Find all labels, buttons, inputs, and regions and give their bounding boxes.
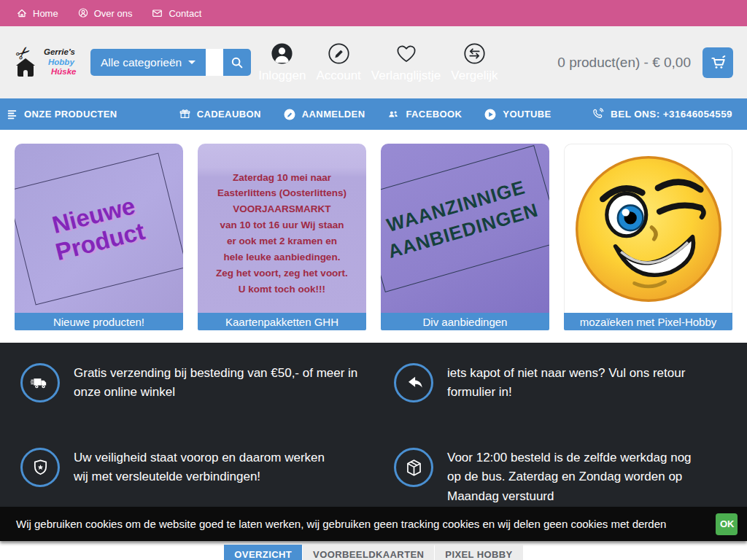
shield-icon xyxy=(20,448,60,487)
user-circle-icon xyxy=(271,42,293,65)
logo-text: Gerrie's Hobby Húske xyxy=(44,47,77,77)
card-image-text: Zaterdag 10 mei naar Easterlittens (Oost… xyxy=(216,170,348,298)
nav-facebook[interactable]: FACEBOOK xyxy=(387,108,462,121)
return-arrow-icon xyxy=(394,363,433,402)
nav-phone-label: BEL ONS: +31646054559 xyxy=(611,109,732,120)
card-image-div-aanbiedingen: WAANZINNIGE AANBIEDINGEN xyxy=(381,144,549,313)
feature-returns: iets kapot of niet naar wens? Vul ons re… xyxy=(374,362,747,446)
search-input[interactable] xyxy=(206,49,223,76)
compare-arrows-icon xyxy=(463,42,486,65)
login-label: Inloggen xyxy=(258,69,306,83)
cart-summary-area: 0 product(en) - € 0,00 xyxy=(557,47,747,78)
card-caption: Nieuwe producten! xyxy=(15,313,183,330)
search-bar: Alle categorieën xyxy=(90,49,251,76)
topbar: Home Over ons Contact xyxy=(0,0,747,26)
topbar-link-label: Home xyxy=(33,8,58,19)
nav-onze-producten[interactable]: ONZE PRODUCTEN xyxy=(6,108,117,120)
compare-button[interactable]: Vergelijk xyxy=(451,42,498,83)
header-actions: Inloggen Account Verlanglijstje Vergelij… xyxy=(258,42,498,83)
home-icon xyxy=(16,7,28,19)
category-dropdown-label: Alle categorieën xyxy=(101,56,182,69)
phone-icon xyxy=(591,107,605,121)
cart-button[interactable] xyxy=(703,47,733,78)
card-image-text: Nieuwe Product xyxy=(47,192,148,266)
package-icon xyxy=(394,448,433,487)
mail-icon xyxy=(151,7,163,19)
nav-label: YOUTUBE xyxy=(503,109,551,120)
gift-icon xyxy=(179,108,191,120)
topbar-link-label: Contact xyxy=(169,8,201,19)
feature-text: Gratis verzending bij besteding van €50,… xyxy=(74,364,360,402)
feature-text: iets kapot of niet naar wens? Vul ons re… xyxy=(447,364,733,402)
cookie-ok-button[interactable]: OK xyxy=(716,513,738,535)
chevron-down-icon xyxy=(188,61,196,64)
search-button[interactable] xyxy=(223,49,251,76)
card-caption: mozaïeken met Pixel-Hobby xyxy=(564,313,732,330)
card-image-kaartenpakketten: Zaterdag 10 mei naar Easterlittens (Oost… xyxy=(198,144,366,313)
feature-text: Uw veiligheid staat voorop en daarom wer… xyxy=(74,448,327,487)
wishlist-label: Verlanglijstje xyxy=(371,69,441,83)
card-div-aanbiedingen[interactable]: WAANZINNIGE AANBIEDINGEN Div aanbiedinge… xyxy=(381,144,549,330)
topbar-link-home[interactable]: Home xyxy=(16,7,58,19)
features-section: Gratis verzending bij besteding van €50,… xyxy=(0,343,747,507)
cart-icon xyxy=(709,53,727,71)
play-circle-icon xyxy=(484,108,497,121)
nav-label: CADEAUBON xyxy=(197,109,261,120)
compare-label: Vergelijk xyxy=(451,69,498,83)
tab-voorbeeldkaarten[interactable]: VOORBEELDKAARTEN xyxy=(303,545,434,560)
person-badge-icon xyxy=(77,7,89,19)
topbar-link-label: Over ons xyxy=(94,8,133,19)
login-button[interactable]: Inloggen xyxy=(258,42,306,83)
feature-security: Uw veiligheid staat voorop en daarom wer… xyxy=(0,446,374,526)
pencil-circle-icon xyxy=(328,42,350,65)
nav-cadeaubon[interactable]: CADEAUBON xyxy=(179,108,261,121)
cookie-message: Wij gebruiken cookies om de website goed… xyxy=(0,518,666,530)
truck-icon xyxy=(20,363,60,402)
bottom-tabs: OVERZICHT VOORBEELDKAARTEN PIXEL HOBBY xyxy=(0,545,747,560)
tab-overzicht[interactable]: OVERZICHT xyxy=(224,545,302,560)
feature-delivery: Voor 12:00 besteld is de zelfde werkdag … xyxy=(374,446,747,526)
pencil-circle-icon xyxy=(283,108,296,121)
header: ✂ Gerrie's Hobby Húske Alle categorieën xyxy=(0,26,747,98)
nav-label: FACEBOOK xyxy=(406,109,462,120)
category-dropdown[interactable]: Alle categorieën xyxy=(90,49,206,76)
search-icon xyxy=(230,55,244,70)
winking-smiley-icon xyxy=(570,150,727,308)
menu-list-icon xyxy=(6,108,18,120)
card-image-pixel-hobby xyxy=(564,144,732,313)
topbar-link-over-ons[interactable]: Over ons xyxy=(77,7,133,19)
tab-pixel-hobby[interactable]: PIXEL HOBBY xyxy=(435,545,522,560)
card-image-text: WAANZINNIGE AANBIEDINGEN xyxy=(381,173,541,265)
scissors-house-logo-icon: ✂ xyxy=(15,46,41,79)
nav-label: AANMELDEN xyxy=(302,109,365,120)
nav-phone[interactable]: BEL ONS: +31646054559 xyxy=(591,107,732,121)
page: Home Over ons Contact ✂ Gerrie's Hobby H xyxy=(0,0,747,560)
feature-text: Voor 12:00 besteld is de zelfde werkdag … xyxy=(447,448,700,506)
card-caption: Kaartenpakketten GHH xyxy=(198,313,366,330)
category-cards: Nieuwe Product Nieuwe producten! Zaterda… xyxy=(0,130,747,330)
nav-aanmelden[interactable]: AANMELDEN xyxy=(283,108,365,121)
nav-label: ONZE PRODUCTEN xyxy=(24,109,117,120)
feature-free-shipping: Gratis verzending bij besteding van €50,… xyxy=(0,362,374,446)
logo[interactable]: ✂ Gerrie's Hobby Húske xyxy=(15,46,82,79)
main-nav: ONZE PRODUCTEN CADEAUBON AANMELDEN FACEB… xyxy=(0,98,747,130)
users-icon xyxy=(387,108,400,120)
nav-group: CADEAUBON AANMELDEN FACEBOOK YOUTUBE xyxy=(179,108,551,121)
card-pixel-hobby[interactable]: mozaïeken met Pixel-Hobby xyxy=(564,144,732,330)
heart-icon xyxy=(395,42,418,65)
account-label: Account xyxy=(316,69,360,83)
account-button[interactable]: Account xyxy=(316,42,360,83)
cart-summary: 0 product(en) - € 0,00 xyxy=(557,55,691,71)
card-image-nieuwe-producten: Nieuwe Product xyxy=(15,144,183,313)
card-nieuwe-producten[interactable]: Nieuwe Product Nieuwe producten! xyxy=(15,144,183,330)
wishlist-button[interactable]: Verlanglijstje xyxy=(371,42,441,83)
card-kaartenpakketten[interactable]: Zaterdag 10 mei naar Easterlittens (Oost… xyxy=(198,144,366,330)
nav-youtube[interactable]: YOUTUBE xyxy=(484,108,551,121)
topbar-link-contact[interactable]: Contact xyxy=(151,7,201,19)
card-caption: Div aanbiedingen xyxy=(381,313,549,330)
